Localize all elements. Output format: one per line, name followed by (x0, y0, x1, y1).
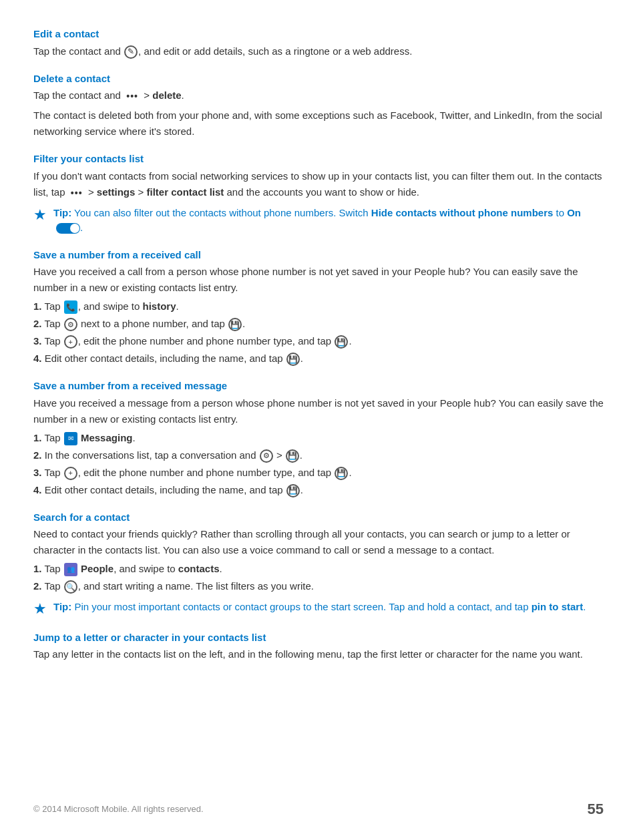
messaging-icon: ✉ (64, 432, 77, 445)
search-contact-title: Search for a contact (33, 510, 604, 526)
gear-icon: ⚙ (64, 318, 77, 331)
search-tip-text: Tip: Pin your most important contacts or… (53, 600, 586, 615)
search-contact-steps: 1. Tap 👥 People, and swipe to contacts. … (33, 561, 604, 594)
edit-contact-section: Edit a contact Tap the contact and ✎, an… (33, 27, 604, 59)
step-call-2: 2. Tap ⚙ next to a phone number, and tap… (33, 316, 604, 332)
save-from-call-intro: Have you received a call from a person w… (33, 264, 604, 296)
save-from-message-intro: Have you received a message from a perso… (33, 395, 604, 427)
step-call-4: 4. Edit other contact details, including… (33, 351, 604, 367)
step-search-2: 2. Tap 🔍, and start writing a name. The … (33, 578, 604, 594)
copyright-text: © 2014 Microsoft Mobile. All rights rese… (33, 803, 204, 816)
people-icon: 👥 (64, 563, 77, 576)
edit-contact-title: Edit a contact (33, 27, 604, 42)
step-msg-4: 4. Edit other contact details, including… (33, 482, 604, 498)
edit-contact-body: Tap the contact and ✎, and edit or add d… (33, 43, 604, 59)
gear-icon2: ⚙ (260, 449, 273, 463)
save-from-call-title: Save a number from a received call (33, 248, 604, 263)
save-from-message-title: Save a number from a received message (33, 379, 604, 394)
three-dots-icon2: ••• (71, 186, 83, 200)
filter-contacts-title: Filter your contacts list (33, 152, 604, 167)
step-msg-2: 2. In the conversations list, tap a conv… (33, 447, 604, 463)
pencil-icon: ✎ (124, 45, 138, 59)
delete-contact-title: Delete a contact (33, 71, 604, 87)
delete-contact-section: Delete a contact Tap the contact and •••… (33, 71, 604, 140)
page-number: 55 (588, 798, 604, 820)
tip-star-icon2: ★ (33, 600, 47, 618)
plus-icon2: + (64, 467, 77, 480)
search-icon: 🔍 (64, 580, 77, 594)
phone-icon: 📞 (64, 300, 77, 314)
save-icon: 💾 (228, 318, 242, 331)
jump-letter-title: Jump to a letter or character in your co… (33, 630, 604, 646)
save-icon2: 💾 (335, 335, 348, 349)
step-msg-1: 1. Tap ✉ Messaging. (33, 430, 604, 446)
search-tip-box: ★ Tip: Pin your most important contacts … (33, 600, 604, 618)
step-call-1: 1. Tap 📞, and swipe to history. (33, 298, 604, 314)
save-icon3: 💾 (286, 353, 300, 366)
jump-letter-body: Tap any letter in the contacts list on t… (33, 646, 604, 662)
footer: © 2014 Microsoft Mobile. All rights rese… (0, 798, 637, 820)
save-from-call-section: Save a number from a received call Have … (33, 248, 604, 367)
save-icon5: 💾 (335, 467, 348, 480)
step-msg-3: 3. Tap +, edit the phone number and phon… (33, 465, 604, 481)
save-from-message-section: Save a number from a received message Ha… (33, 379, 604, 498)
save-icon4: 💾 (286, 449, 299, 463)
step-search-1: 1. Tap 👥 People, and swipe to contacts. (33, 561, 604, 577)
tip-star-icon: ★ (33, 206, 47, 224)
toggle-on-icon (56, 223, 80, 234)
save-from-message-steps: 1. Tap ✉ Messaging. 2. In the conversati… (33, 430, 604, 498)
save-from-call-steps: 1. Tap 📞, and swipe to history. 2. Tap ⚙… (33, 298, 604, 367)
three-dots-icon: ••• (126, 89, 138, 103)
save-icon6: 💾 (286, 484, 300, 497)
filter-contacts-section: Filter your contacts list If you don't w… (33, 152, 604, 236)
filter-tip-box: ★ Tip: You can also filter out the conta… (33, 206, 604, 236)
search-contact-section: Search for a contact Need to contact you… (33, 510, 604, 618)
filter-contacts-body: If you don't want contacts from social n… (33, 168, 604, 200)
step-call-3: 3. Tap +, edit the phone number and phon… (33, 333, 604, 349)
filter-tip-text: Tip: You can also filter out the contact… (53, 206, 604, 236)
delete-contact-body: Tap the contact and ••• > delete. (33, 87, 604, 103)
jump-letter-section: Jump to a letter or character in your co… (33, 630, 604, 663)
delete-contact-paragraph: The contact is deleted both from your ph… (33, 108, 604, 140)
plus-icon: + (64, 335, 77, 349)
search-contact-intro: Need to contact your friends quickly? Ra… (33, 526, 604, 558)
